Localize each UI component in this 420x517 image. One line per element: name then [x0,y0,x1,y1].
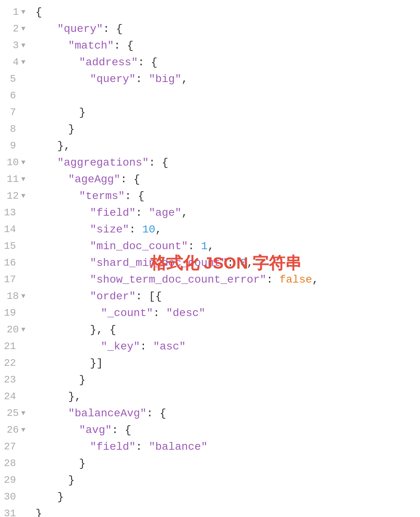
token: : [140,338,153,355]
line-number-30: 30 [4,489,25,505]
token: "balanceAvg" [68,405,147,422]
code-line-16: "shard_min_doc_count": 0, [35,255,420,271]
token: : [227,255,240,271]
line-number-2: 2▼ [4,21,25,37]
code-line-2: "query": { [35,21,420,37]
line-number-24: 24 [4,388,25,405]
line-number-12: 12▼ [4,188,25,204]
token: } [79,455,86,472]
line-number-31: 31 [4,505,25,517]
token: "query" [57,21,103,37]
token: } [68,121,75,138]
collapse-arrow-3[interactable]: ▼ [21,40,25,51]
collapse-arrow-25[interactable]: ▼ [21,408,25,419]
token: "terms" [79,188,125,204]
line-number-26: 26▼ [4,422,25,438]
line-number-11: 11▼ [4,171,25,188]
code-line-7: } [35,104,420,121]
line-number-16: 16 [4,255,25,271]
code-line-23: } [35,372,420,388]
collapse-arrow-12[interactable]: ▼ [21,191,25,202]
token: , [208,238,214,255]
line-number-1: 1▼ [4,4,25,21]
token: } [68,472,75,489]
code-line-30: } [35,489,420,505]
code-lines: {"query": {"match": {"address": {"query"… [32,4,420,517]
code-line-9: }, [35,138,420,154]
token: 1 [201,238,208,255]
code-line-29: } [35,472,420,489]
token: "field" [90,438,136,455]
token: "desc" [166,305,205,321]
code-line-26: "avg": { [35,422,420,438]
token: : [136,438,149,455]
collapse-arrow-20[interactable]: ▼ [21,325,25,335]
code-line-8: } [35,121,420,138]
token: { [35,4,42,21]
collapse-arrow-1[interactable]: ▼ [21,7,25,18]
collapse-arrow-4[interactable]: ▼ [21,57,25,68]
line-number-20: 20▼ [4,321,25,338]
token: }, [57,138,70,154]
token: "_key" [101,338,140,355]
collapse-arrow-10[interactable]: ▼ [21,157,25,168]
line-number-6: 6 [4,87,25,104]
token: : { [125,188,144,204]
token: "_count" [101,305,153,321]
token: "order" [90,288,136,305]
token: , [181,204,188,221]
line-number-18: 18▼ [4,288,25,305]
code-line-1: { [35,4,420,21]
code-line-18: "order": [{ [35,288,420,305]
token: "asc" [153,338,186,355]
line-number-13: 13 [4,204,25,221]
token: : { [121,171,140,188]
token: : { [103,21,122,37]
collapse-arrow-11[interactable]: ▼ [21,174,25,185]
code-line-17: "show_term_doc_count_error": false, [35,271,420,288]
code-container: 1▼2▼3▼4▼5678910▼11▼12▼131415161718▼1920▼… [0,0,420,517]
code-line-27: "field": "balance" [35,438,420,455]
code-line-6 [35,87,420,104]
token: "ageAgg" [68,171,120,188]
token: "age" [149,204,181,221]
code-line-13: "field": "age", [35,204,420,221]
token: false [280,271,312,288]
line-number-22: 22 [4,355,25,372]
collapse-arrow-26[interactable]: ▼ [21,425,25,436]
token: , [155,221,162,238]
line-number-14: 14 [4,221,25,238]
token: : { [149,154,168,171]
line-number-15: 15 [4,238,25,255]
token: }] [90,355,103,372]
line-number-4: 4▼ [4,54,25,71]
collapse-arrow-2[interactable]: ▼ [21,24,25,35]
line-number-25: 25▼ [4,405,25,422]
token: : [136,71,149,87]
token: : [136,204,149,221]
line-number-10: 10▼ [4,154,25,171]
code-line-21: "_key": "asc" [35,338,420,355]
token: "field" [90,204,136,221]
token: }, { [90,321,116,338]
code-line-20: }, { [35,321,420,338]
line-number-9: 9 [4,138,25,154]
token: : [266,271,280,288]
token: } [79,104,86,121]
token: "shard_min_doc_count" [90,255,227,271]
token: : { [114,37,133,54]
token: "match" [68,37,114,54]
token: "min_doc_count" [90,238,188,255]
token: }, [68,388,81,405]
token: , [181,71,188,87]
line-number-17: 17 [4,271,25,288]
line-numbers: 1▼2▼3▼4▼5678910▼11▼12▼131415161718▼1920▼… [0,4,32,517]
collapse-arrow-18[interactable]: ▼ [21,291,25,302]
token: "query" [90,71,136,87]
token: : { [138,54,157,71]
line-number-23: 23 [4,372,25,388]
code-line-15: "min_doc_count": 1, [35,238,420,255]
token: 10 [142,221,156,238]
code-line-24: }, [35,388,420,405]
code-line-19: "_count": "desc" [35,305,420,321]
